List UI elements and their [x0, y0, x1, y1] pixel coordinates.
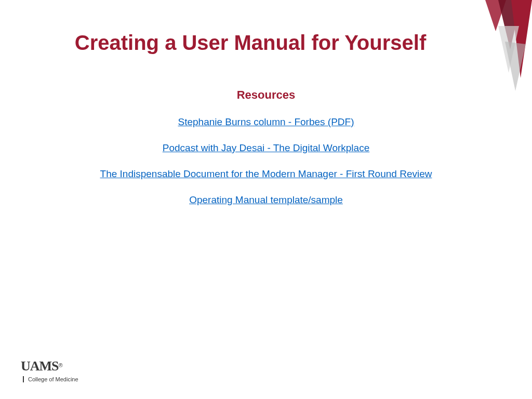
section-heading: Resources [0, 88, 532, 102]
logo-subtitle: College of Medicine [23, 376, 78, 382]
logo-registered-icon: ® [59, 362, 63, 368]
resource-link-2[interactable]: Podcast with Jay Desai - The Digital Wor… [0, 142, 532, 154]
slide-title: Creating a User Manual for Yourself [0, 0, 532, 55]
logo-main-text: UAMS [21, 358, 59, 374]
resource-link-3[interactable]: The Indispensable Document for the Moder… [0, 168, 532, 180]
resource-link-4[interactable]: Operating Manual template/sample [0, 194, 532, 206]
content-area: Resources Stephanie Burns column - Forbe… [0, 88, 532, 206]
resource-link-1[interactable]: Stephanie Burns column - Forbes (PDF) [0, 116, 532, 128]
footer-logo: UAMS® College of Medicine [21, 358, 78, 383]
